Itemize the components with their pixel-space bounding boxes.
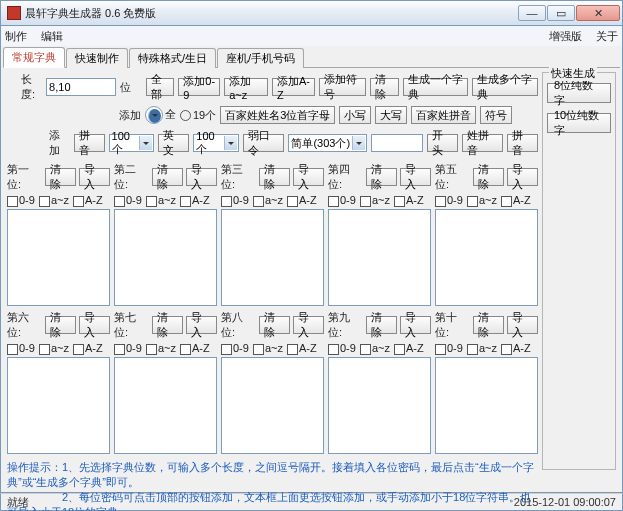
radio-quan[interactable]: 全 (145, 106, 176, 124)
btn-pos-import[interactable]: 导入 (400, 168, 431, 186)
chk-a-z[interactable]: a~z (253, 194, 283, 207)
chk-a-z[interactable]: a~z (467, 342, 497, 355)
btn-english[interactable]: 英文 (158, 134, 189, 152)
btn-pos-clear[interactable]: 清除 (473, 316, 504, 334)
chk-A-Z[interactable]: A-Z (287, 342, 317, 355)
btn-prefix[interactable]: 开头 (427, 134, 458, 152)
btn-pos-import[interactable]: 导入 (293, 168, 324, 186)
btn-add-AZ[interactable]: 添加A-Z (272, 78, 315, 96)
sel-weak-set[interactable]: 简单(303个) (288, 134, 367, 152)
pos-textarea[interactable] (7, 209, 110, 306)
pos-textarea[interactable] (7, 357, 110, 454)
pos-textarea[interactable] (435, 209, 538, 306)
btn-gen-many[interactable]: 生成多个字典 (472, 78, 538, 96)
btn-upper[interactable]: 大写 (375, 106, 407, 124)
btn-symbol[interactable]: 符号 (480, 106, 512, 124)
menu-about[interactable]: 关于 (596, 29, 618, 44)
chk-0-9[interactable]: 0-9 (114, 342, 142, 355)
menu-edit[interactable]: 编辑 (41, 29, 63, 44)
chk-A-Z[interactable]: A-Z (180, 194, 210, 207)
btn-add-az[interactable]: 添加a~z (224, 78, 268, 96)
chk-a-z[interactable]: a~z (146, 342, 176, 355)
menu-enhanced[interactable]: 增强版 (549, 29, 582, 44)
chk-A-Z[interactable]: A-Z (180, 342, 210, 355)
chk-0-9[interactable]: 0-9 (435, 194, 463, 207)
btn-pos-clear[interactable]: 清除 (366, 168, 397, 186)
radio-19[interactable]: 19个 (180, 108, 216, 123)
tab-phone-number[interactable]: 座机/手机号码 (217, 48, 304, 68)
btn-bjx-initial[interactable]: 百家姓姓名3位首字母 (220, 106, 335, 124)
pos-textarea[interactable] (435, 357, 538, 454)
btn-gen-one[interactable]: 生成一个字典 (403, 78, 469, 96)
tab-special-birthday[interactable]: 特殊格式/生日 (129, 48, 216, 68)
chk-a-z[interactable]: a~z (360, 342, 390, 355)
chk-0-9[interactable]: 0-9 (328, 342, 356, 355)
menu-make[interactable]: 制作 (5, 29, 27, 44)
chk-0-9[interactable]: 0-9 (7, 342, 35, 355)
btn-pos-import[interactable]: 导入 (186, 168, 217, 186)
btn-clear-top[interactable]: 清除 (370, 78, 399, 96)
btn-lower[interactable]: 小写 (339, 106, 371, 124)
chk-A-Z[interactable]: A-Z (73, 194, 103, 207)
btn-pos-import[interactable]: 导入 (186, 316, 217, 334)
btn-pos-clear[interactable]: 清除 (45, 168, 76, 186)
btn-pos-import[interactable]: 导入 (79, 316, 110, 334)
btn-pos-import[interactable]: 导入 (507, 316, 538, 334)
btn-10-digits[interactable]: 10位纯数字 (547, 113, 611, 133)
sel-pinyin-count[interactable]: 100个 (109, 134, 155, 152)
chk-A-Z[interactable]: A-Z (394, 342, 424, 355)
btn-8-digits[interactable]: 8位纯数字 (547, 83, 611, 103)
btn-pinyin2[interactable]: 拼音 (507, 134, 538, 152)
pos-textarea[interactable] (328, 209, 431, 306)
btn-pos-import[interactable]: 导入 (293, 316, 324, 334)
length-input[interactable] (46, 78, 116, 96)
prefix-input[interactable] (371, 134, 423, 152)
chk-0-9[interactable]: 0-9 (221, 194, 249, 207)
btn-pinyin[interactable]: 拼音 (74, 134, 105, 152)
pos-textarea[interactable] (114, 209, 217, 306)
pos-textarea[interactable] (114, 357, 217, 454)
btn-bjx-pinyin[interactable]: 百家姓拼音 (411, 106, 476, 124)
btn-pos-clear[interactable]: 清除 (473, 168, 504, 186)
chk-A-Z[interactable]: A-Z (394, 194, 424, 207)
minimize-button[interactable]: — (518, 5, 546, 21)
btn-add-symbol[interactable]: 添加符号 (319, 78, 366, 96)
chk-a-z[interactable]: a~z (146, 194, 176, 207)
tab-quick-make[interactable]: 快速制作 (66, 48, 128, 68)
btn-all[interactable]: 全部 (146, 78, 175, 96)
btn-pos-clear[interactable]: 清除 (45, 316, 76, 334)
btn-pos-clear[interactable]: 清除 (152, 316, 183, 334)
btn-pos-import[interactable]: 导入 (400, 316, 431, 334)
btn-pos-import[interactable]: 导入 (79, 168, 110, 186)
btn-weak-password[interactable]: 弱口令 (243, 134, 284, 152)
app-icon (7, 6, 21, 20)
chk-a-z[interactable]: a~z (253, 342, 283, 355)
chk-a-z[interactable]: a~z (39, 342, 69, 355)
close-button[interactable]: ✕ (576, 5, 620, 21)
chk-0-9[interactable]: 0-9 (328, 194, 356, 207)
btn-pos-clear[interactable]: 清除 (259, 168, 290, 186)
chk-A-Z[interactable]: A-Z (73, 342, 103, 355)
chk-a-z[interactable]: a~z (39, 194, 69, 207)
chk-a-z[interactable]: a~z (360, 194, 390, 207)
chk-0-9[interactable]: 0-9 (7, 194, 35, 207)
btn-surname-pinyin[interactable]: 姓拼音 (462, 134, 503, 152)
pos-textarea[interactable] (221, 209, 324, 306)
sel-english-count[interactable]: 100个 (193, 134, 239, 152)
chk-0-9[interactable]: 0-9 (114, 194, 142, 207)
chk-0-9[interactable]: 0-9 (435, 342, 463, 355)
btn-pos-clear[interactable]: 清除 (152, 168, 183, 186)
tab-normal-dict[interactable]: 常规字典 (3, 47, 65, 68)
pos-textarea[interactable] (328, 357, 431, 454)
chk-A-Z[interactable]: A-Z (287, 194, 317, 207)
chk-0-9[interactable]: 0-9 (221, 342, 249, 355)
btn-add-0-9[interactable]: 添加0-9 (178, 78, 220, 96)
btn-pos-import[interactable]: 导入 (507, 168, 538, 186)
pos-textarea[interactable] (221, 357, 324, 454)
chk-A-Z[interactable]: A-Z (501, 342, 531, 355)
btn-pos-clear[interactable]: 清除 (366, 316, 397, 334)
btn-pos-clear[interactable]: 清除 (259, 316, 290, 334)
maximize-button[interactable]: ▭ (547, 5, 575, 21)
chk-a-z[interactable]: a~z (467, 194, 497, 207)
chk-A-Z[interactable]: A-Z (501, 194, 531, 207)
